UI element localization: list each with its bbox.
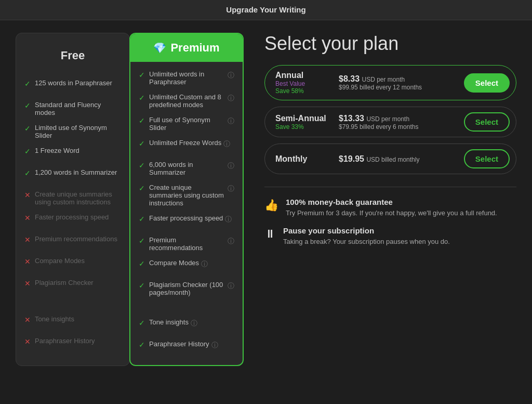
info-icon[interactable]: ⓘ: [228, 184, 234, 193]
info-icon[interactable]: ⓘ: [228, 116, 234, 126]
info-icon[interactable]: ⓘ: [211, 341, 218, 350]
pricing-options: Annual Best Value Save 58% $8.33 USD per…: [264, 65, 516, 174]
premium-feature-row: Unlimited Custom and 8 predefined modes …: [149, 93, 234, 109]
cross-icon: ✕: [24, 236, 31, 244]
free-plan-title: Free: [24, 49, 121, 62]
semi-annual-details: $13.33 USD per month $79.95 billed every…: [339, 114, 458, 131]
monthly-details: $19.95 USD billed monthly: [339, 154, 458, 164]
list-item: ✕ Plagiarism Checker: [24, 279, 121, 293]
money-back-content: 100% money-back guarantee Try Premium fo…: [286, 198, 497, 218]
pricing-option-annual[interactable]: Annual Best Value Save 58% $8.33 USD per…: [264, 65, 516, 100]
money-back-text: Try Premium for 3 days. If you're not ha…: [286, 208, 497, 218]
feature-text: Standard and Fluency modes: [35, 101, 121, 116]
annual-label: Annual Best Value Save 58%: [275, 71, 332, 95]
check-icon: ✓: [24, 124, 31, 133]
diamond-icon: 💎: [153, 42, 166, 54]
feature-text: 6,000 words in Summarizer: [149, 161, 225, 176]
feature-text: Plagiarism Checker (100 pages/month): [149, 281, 225, 296]
monthly-label: Monthly: [275, 154, 332, 164]
premium-feature-list: ✓ Unlimited words in Paraphraser ⓘ ✓ Unl…: [139, 70, 234, 355]
spacer: [139, 304, 234, 311]
premium-feature-row: Faster processing speed ⓘ: [149, 214, 232, 224]
cross-icon: ✕: [24, 337, 31, 346]
check-icon: ✓: [139, 94, 145, 102]
list-item: ✓ 1 Freeze Word: [24, 147, 121, 161]
check-icon: ✓: [24, 147, 31, 155]
pause-content: Pause your subscription Taking a break? …: [283, 226, 450, 246]
list-item: ✓ 125 words in Paraphraser: [24, 79, 121, 94]
annual-price-unit: USD per month: [362, 76, 405, 83]
list-item: ✓ Limited use of Synonym Slider: [24, 124, 121, 139]
check-icon: ✓: [139, 139, 145, 148]
cross-icon: ✕: [24, 191, 31, 199]
semi-annual-name: Semi-Annual: [275, 114, 332, 123]
premium-feature-row: Create unique summaries using custom ins…: [149, 184, 234, 207]
cross-icon: ✕: [24, 316, 31, 324]
info-icon[interactable]: ⓘ: [228, 94, 234, 103]
premium-plan-header: 💎 Premium: [130, 34, 243, 62]
premium-feature-row: Paraphraser History ⓘ: [149, 340, 218, 350]
main-content: Free ✓ 125 words in Paraphraser ✓ Standa…: [0, 20, 532, 379]
feature-text: 125 words in Paraphraser: [35, 79, 112, 87]
info-icon[interactable]: ⓘ: [225, 215, 232, 224]
free-plan-card: Free ✓ 125 words in Paraphraser ✓ Standa…: [16, 33, 130, 366]
cross-icon: ✕: [24, 214, 31, 222]
semi-annual-label: Semi-Annual Save 33%: [275, 114, 332, 131]
info-icon[interactable]: ⓘ: [228, 237, 234, 246]
monthly-select-button[interactable]: Select: [464, 149, 510, 168]
premium-feature-row: Unlimited Freeze Words ⓘ: [149, 139, 230, 149]
feature-text: Faster processing speed: [35, 213, 109, 221]
feature-text: 1,200 words in Summarizer: [35, 168, 117, 176]
info-icon[interactable]: ⓘ: [228, 281, 234, 291]
pause-icon: ⏸: [264, 227, 276, 241]
list-item: ✕ Tone insights: [24, 315, 121, 330]
feature-text: Plagiarism Checker: [35, 279, 94, 286]
premium-feature-row: Premium recommendations ⓘ: [149, 236, 234, 252]
semi-annual-select-button[interactable]: Select: [464, 112, 510, 132]
premium-plan-title: Premium: [170, 41, 219, 55]
feature-text: Create unique summaries using custom ins…: [149, 184, 225, 207]
right-section: Select your plan Annual Best Value Save …: [256, 33, 516, 366]
feature-text: Paraphraser History: [149, 340, 209, 348]
list-item: ✕ Create unique summaries using custom i…: [24, 190, 121, 206]
info-icon[interactable]: ⓘ: [201, 259, 208, 269]
pricing-option-semi-annual[interactable]: Semi-Annual Save 33% $13.33 USD per mont…: [264, 107, 516, 137]
money-back-title: 100% money-back guarantee: [286, 198, 497, 206]
feature-text: Unlimited Freeze Words: [149, 139, 221, 147]
premium-feature-row: Unlimited words in Paraphraser ⓘ: [149, 70, 234, 86]
premium-feature-row: 6,000 words in Summarizer ⓘ: [149, 161, 234, 176]
divider: [264, 187, 516, 187]
pause-item: ⏸ Pause your subscription Taking a break…: [264, 226, 516, 246]
plans-section: Free ✓ 125 words in Paraphraser ✓ Standa…: [16, 33, 244, 366]
pricing-option-monthly[interactable]: Monthly $19.95 USD billed monthly Select: [264, 144, 516, 174]
list-item: ✕ Compare Modes: [24, 257, 121, 271]
feature-text: Faster processing speed: [149, 214, 223, 222]
info-icon[interactable]: ⓘ: [228, 71, 234, 80]
list-item: ✓ Unlimited words in Paraphraser ⓘ: [139, 70, 234, 86]
feature-text: Create unique summaries using custom ins…: [35, 190, 121, 206]
feature-text: Tone insights: [149, 318, 189, 326]
list-item: ✓ Standard and Fluency modes: [24, 101, 121, 116]
annual-price-main: $8.33 USD per month: [339, 74, 458, 84]
info-icon[interactable]: ⓘ: [191, 319, 197, 328]
feature-text: Unlimited words in Paraphraser: [149, 70, 225, 86]
info-icon[interactable]: ⓘ: [223, 139, 230, 149]
list-item: ✓ Create unique summaries using custom i…: [139, 184, 234, 207]
list-item: ✓ Faster processing speed ⓘ: [139, 214, 234, 229]
feature-text: Full use of Synonym Slider: [149, 116, 225, 132]
check-icon: ✓: [24, 169, 31, 177]
monthly-name: Monthly: [275, 154, 332, 164]
info-icon[interactable]: ⓘ: [228, 161, 234, 171]
thumbs-up-icon: 👍: [264, 199, 278, 212]
check-icon: ✓: [139, 281, 145, 290]
list-item: ✓ Plagiarism Checker (100 pages/month) ⓘ: [139, 281, 234, 296]
feature-text: Compare Modes: [149, 259, 199, 267]
annual-save: Save 58%: [275, 87, 332, 95]
select-plan-title: Select your plan: [264, 33, 516, 55]
semi-annual-price-main: $13.33 USD per month: [339, 114, 458, 123]
feature-text: Premium recommendations: [149, 236, 225, 252]
annual-select-button[interactable]: Select: [464, 73, 510, 93]
premium-feature-row: Tone insights ⓘ: [149, 318, 197, 328]
annual-details: $8.33 USD per month $99.95 billed every …: [339, 74, 458, 91]
list-item: ✓ 1,200 words in Summarizer: [24, 168, 121, 183]
